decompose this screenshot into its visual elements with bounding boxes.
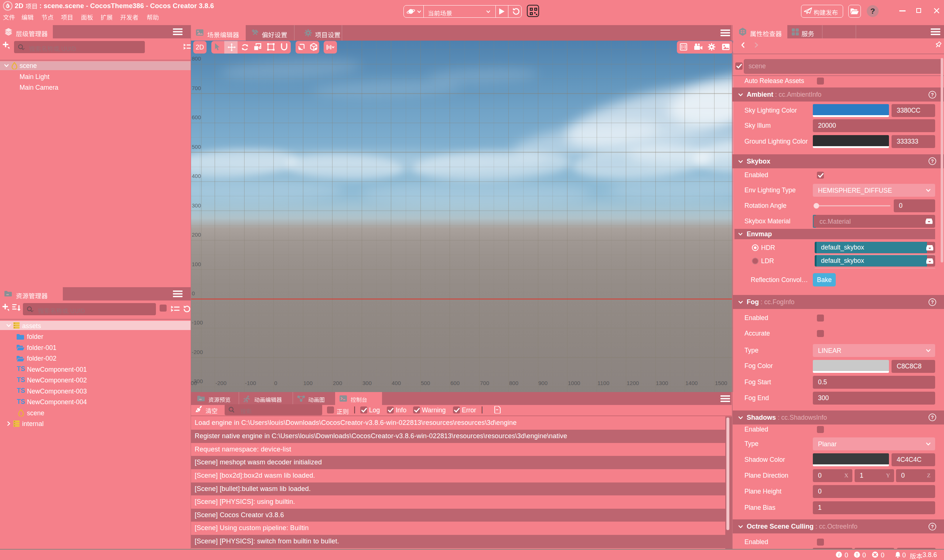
svg-text:?: ?: [931, 92, 934, 97]
svg-text:?: ?: [931, 300, 934, 305]
svg-text:?: ?: [931, 159, 934, 164]
svg-text:?: ?: [931, 415, 934, 420]
svg-text:?: ?: [931, 524, 934, 529]
svg-text:!: !: [856, 552, 858, 557]
